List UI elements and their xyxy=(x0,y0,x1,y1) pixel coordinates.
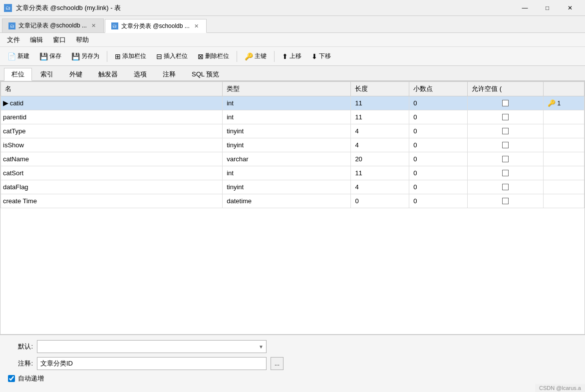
new-button[interactable]: 📄 新建 xyxy=(3,49,34,63)
cell-length: 4 xyxy=(351,124,409,138)
cell-name: dataFlag xyxy=(1,180,223,194)
maximize-button[interactable]: □ xyxy=(536,0,559,15)
subtab-triggers-label: 触发器 xyxy=(98,70,118,79)
cell-nullable[interactable] xyxy=(468,110,544,124)
new-label: 新建 xyxy=(17,52,29,60)
table-wrapper[interactable]: 名 类型 长度 小数点 允许空值 ( ▶ catidint110🔑 1 pare… xyxy=(0,81,585,334)
auto-increment-label[interactable]: 自动递增 xyxy=(18,374,44,383)
tab-1-close[interactable]: ✕ xyxy=(90,22,97,29)
nullable-checkbox[interactable] xyxy=(502,184,509,190)
tab-2-close[interactable]: ✕ xyxy=(193,22,200,30)
cell-nullable[interactable] xyxy=(468,138,544,152)
cell-length: 11 xyxy=(351,110,409,124)
default-label: 默认: xyxy=(8,342,33,351)
cell-extra xyxy=(544,152,585,166)
nullable-checkbox[interactable] xyxy=(502,142,509,148)
delete-col-button[interactable]: ⊠ 删除栏位 xyxy=(193,49,234,63)
nullable-checkbox[interactable] xyxy=(502,198,509,204)
table-row[interactable]: catNamevarchar200 xyxy=(1,152,585,166)
save-button[interactable]: 💾 保存 xyxy=(35,49,66,63)
add-col-button[interactable]: ⊞ 添加栏位 xyxy=(110,49,151,63)
table-row[interactable]: catSortint110 xyxy=(1,166,585,180)
subtab-indexes[interactable]: 索引 xyxy=(33,67,61,80)
field-name: catType xyxy=(3,127,26,135)
subtab-comments-label: 注释 xyxy=(163,70,176,79)
table-row[interactable]: parentidint110 xyxy=(1,110,585,124)
insert-col-icon: ⊟ xyxy=(156,52,162,60)
cell-decimal: 0 xyxy=(409,124,468,138)
nullable-checkbox[interactable] xyxy=(502,128,509,134)
subtab-comments[interactable]: 注释 xyxy=(155,67,183,80)
subtab-triggers[interactable]: 触发器 xyxy=(91,67,125,80)
table-row[interactable]: ▶ catidint110🔑 1 xyxy=(1,96,585,110)
move-up-button[interactable]: ⬆ 上移 xyxy=(278,49,306,63)
primary-key-button[interactable]: 🔑 主键 xyxy=(240,49,271,63)
nullable-checkbox[interactable] xyxy=(502,114,509,120)
cell-extra xyxy=(544,180,585,194)
menu-window[interactable]: 窗口 xyxy=(48,33,71,46)
save-icon: 💾 xyxy=(39,52,48,60)
cell-type: datetime xyxy=(223,194,351,208)
comment-row: 注释: ... xyxy=(8,357,577,370)
menu-edit[interactable]: 编辑 xyxy=(25,33,48,46)
nullable-checkbox[interactable] xyxy=(502,170,509,176)
cell-nullable[interactable] xyxy=(468,152,544,166)
toolbar-separator-2 xyxy=(237,51,237,62)
cell-name: ▶ catid xyxy=(1,96,223,110)
subtab-columns[interactable]: 栏位 xyxy=(4,68,32,81)
status-text: CSDN @lcarus.a xyxy=(539,385,581,391)
subtab-foreign-keys[interactable]: 外键 xyxy=(62,67,90,80)
cell-name: create Time xyxy=(1,194,223,208)
key-num: 1 xyxy=(556,100,561,107)
cell-name: catType xyxy=(1,124,223,138)
subtab-options[interactable]: 选项 xyxy=(126,67,154,80)
default-select[interactable] xyxy=(37,340,267,353)
tab-2[interactable]: 🗂 文章分类表 @schooldb ... ✕ xyxy=(105,19,207,33)
auto-increment-checkbox[interactable] xyxy=(8,375,15,382)
add-col-icon: ⊞ xyxy=(115,52,121,60)
toolbar-separator-1 xyxy=(107,51,107,62)
menu-help[interactable]: 帮助 xyxy=(71,33,94,46)
field-name: dataFlag xyxy=(3,183,28,191)
subtab-columns-label: 栏位 xyxy=(11,70,24,79)
up-arrow-icon: ⬆ xyxy=(282,52,288,60)
table-row[interactable]: catTypetinyint40 xyxy=(1,124,585,138)
new-icon: 📄 xyxy=(7,52,16,60)
cell-length: 11 xyxy=(351,166,409,180)
minimize-button[interactable]: — xyxy=(514,0,536,15)
subtab-options-label: 选项 xyxy=(134,70,147,79)
cell-extra xyxy=(544,124,585,138)
cell-nullable[interactable] xyxy=(468,96,544,110)
cell-type: int xyxy=(223,110,351,124)
cell-decimal: 0 xyxy=(409,166,468,180)
comment-input[interactable] xyxy=(37,357,267,370)
table-row[interactable]: dataFlagtinyint40 xyxy=(1,180,585,194)
cell-nullable[interactable] xyxy=(468,166,544,180)
auto-increment-row: 自动递增 xyxy=(8,374,577,383)
subtab-sql-preview-label: SQL 预览 xyxy=(192,70,219,79)
cell-type: tinyint xyxy=(223,124,351,138)
table-row[interactable]: create Timedatetime00 xyxy=(1,194,585,208)
table-row[interactable]: isShowtinyint40 xyxy=(1,138,585,152)
move-down-button[interactable]: ⬇ 下移 xyxy=(307,49,335,63)
move-down-label: 下移 xyxy=(319,52,331,60)
nullable-checkbox[interactable] xyxy=(502,156,509,162)
insert-col-button[interactable]: ⊟ 插入栏位 xyxy=(152,49,192,63)
cell-decimal: 0 xyxy=(409,110,468,124)
nullable-checkbox[interactable] xyxy=(502,100,509,106)
field-name: create Time xyxy=(3,197,37,205)
cell-length: 20 xyxy=(351,152,409,166)
table-header-row: 名 类型 长度 小数点 允许空值 ( xyxy=(1,82,585,96)
subtab-sql-preview[interactable]: SQL 预览 xyxy=(184,67,227,80)
insert-col-label: 插入栏位 xyxy=(164,52,188,60)
saveas-button[interactable]: 💾 另存为 xyxy=(67,49,104,63)
cell-nullable[interactable] xyxy=(468,194,544,208)
close-button[interactable]: ✕ xyxy=(559,0,581,15)
cell-nullable[interactable] xyxy=(468,180,544,194)
cell-length: 0 xyxy=(351,194,409,208)
main-content: 名 类型 长度 小数点 允许空值 ( ▶ catidint110🔑 1 pare… xyxy=(0,81,585,335)
comment-ellipsis-button[interactable]: ... xyxy=(271,357,284,370)
tab-1[interactable]: 🗂 文章记录表 @schooldb ... ✕ xyxy=(2,18,104,32)
menu-file[interactable]: 文件 xyxy=(2,33,25,46)
cell-nullable[interactable] xyxy=(468,124,544,138)
